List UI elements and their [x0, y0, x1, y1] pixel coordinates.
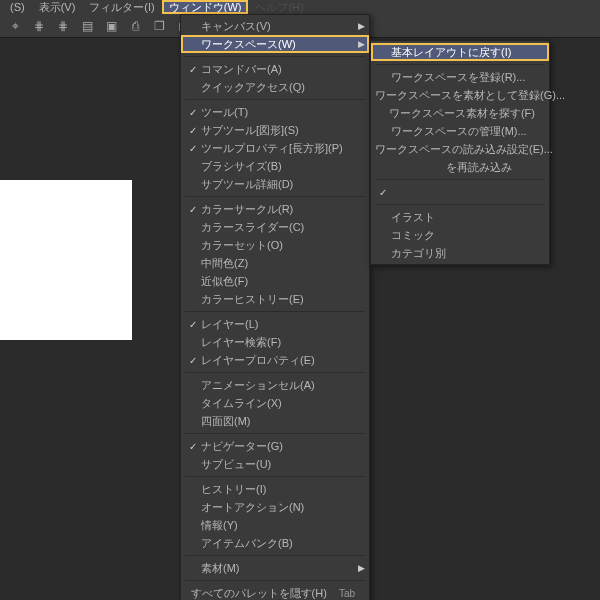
menu-item-label: ブラシサイズ(B) [201, 159, 355, 174]
menu-item-label: 近似色(F) [201, 274, 355, 289]
separator [185, 99, 365, 100]
tool-icon[interactable]: ⌖ [6, 17, 24, 35]
menu-item-window[interactable]: ウィンドウ(W) [163, 1, 248, 13]
check-icon: ✓ [185, 125, 201, 136]
grid-icon[interactable]: ⋕ [30, 17, 48, 35]
check-icon: ✓ [185, 204, 201, 215]
menu-item[interactable]: ブラシサイズ(B) [181, 157, 369, 175]
menu-item[interactable]: ✓コマンドバー(A) [181, 60, 369, 78]
menu-item[interactable]: ワークスペースを素材として登録(G)... [371, 86, 549, 104]
check-icon: ✓ [185, 143, 201, 154]
3d-icon[interactable]: ▣ [102, 17, 120, 35]
separator [185, 311, 365, 312]
menu-item[interactable]: ワークスペース(W)▶ [181, 35, 369, 53]
menu-item-label: ワークスペースの読み込み設定(E)... [375, 142, 553, 157]
shortcut-label: Tab [339, 588, 355, 599]
menu-item-label: ワークスペースの管理(M)... [391, 124, 535, 139]
menu-item[interactable]: ✓ツールプロパティ[長方形](P) [181, 139, 369, 157]
menu-item[interactable]: ワークスペースを登録(R)... [371, 68, 549, 86]
menu-item[interactable]: カラースライダー(C) [181, 218, 369, 236]
separator [375, 64, 545, 65]
separator [185, 476, 365, 477]
menu-item[interactable]: (S) [4, 1, 31, 13]
check-icon: ✓ [185, 355, 201, 366]
menu-item-label [391, 185, 535, 200]
menu-item-view[interactable]: 表示(V) [33, 1, 82, 13]
submenu-arrow-icon: ▶ [358, 563, 365, 573]
menu-item[interactable]: カテゴリ別 [371, 244, 549, 262]
menu-item[interactable]: 基本レイアウトに戻す(I) [371, 43, 549, 61]
menu-item[interactable]: コミック [371, 226, 549, 244]
menu-item[interactable]: ✓レイヤー(L) [181, 315, 369, 333]
menu-item-label: コミック [391, 228, 535, 243]
menu-item-label: レイヤープロパティ(E) [201, 353, 355, 368]
menu-item[interactable]: ✓カラーサークル(R) [181, 200, 369, 218]
menu-item-label: レイヤー検索(F) [201, 335, 355, 350]
menu-item[interactable]: ワークスペースの読み込み設定(E)... [371, 140, 549, 158]
menu-item-label: ワークスペースを素材として登録(G)... [375, 88, 565, 103]
separator [375, 204, 545, 205]
menu-item[interactable]: 四面図(M) [181, 412, 369, 430]
menu-item[interactable]: ✓サブツール[図形](S) [181, 121, 369, 139]
canvas-sheet[interactable] [0, 180, 132, 340]
menu-item[interactable]: を再読み込み [371, 158, 549, 176]
menu-item[interactable]: サブツール詳細(D) [181, 175, 369, 193]
menu-item-label: サブビュー(U) [201, 457, 355, 472]
menu-item[interactable]: 近似色(F) [181, 272, 369, 290]
check-icon: ✓ [185, 441, 201, 452]
menu-item-label: カラーセット(O) [201, 238, 355, 253]
menu-item-label: 素材(M) [201, 561, 355, 576]
separator [185, 555, 365, 556]
menu-item[interactable]: ✓ツール(T) [181, 103, 369, 121]
menu-item-label: キャンバス(V) [201, 19, 355, 34]
menu-item-label: イラスト [391, 210, 535, 225]
separator [185, 433, 365, 434]
menu-item-help[interactable]: ヘルプ(H) [249, 1, 309, 13]
menu-item[interactable]: タイムライン(X) [181, 394, 369, 412]
menu-item[interactable]: レイヤー検索(F) [181, 333, 369, 351]
window-menu: キャンバス(V)▶ワークスペース(W)▶✓コマンドバー(A)クイックアクセス(Q… [180, 14, 370, 600]
menu-item[interactable]: アイテムバンク(B) [181, 534, 369, 552]
grid2-icon[interactable]: ⋕ [54, 17, 72, 35]
menu-item-label: 四面図(M) [201, 414, 355, 429]
menu-item[interactable]: ヒストリー(I) [181, 480, 369, 498]
menu-item[interactable]: すべてのパレットを隠す(H)Tab [181, 584, 369, 600]
menu-item[interactable]: クイックアクセス(Q) [181, 78, 369, 96]
menu-item-label: すべてのパレットを隠す(H) [191, 586, 327, 601]
menubar: (S) 表示(V) フィルター(I) ウィンドウ(W) ヘルプ(H) [0, 0, 600, 14]
submenu-arrow-icon: ▶ [358, 21, 365, 31]
menu-item[interactable]: 素材(M)▶ [181, 559, 369, 577]
menu-item-label: レイヤー(L) [201, 317, 355, 332]
menu-item[interactable]: ✓ナビゲーター(G) [181, 437, 369, 455]
menu-item[interactable]: カラーヒストリー(E) [181, 290, 369, 308]
menu-item[interactable]: 中間色(Z) [181, 254, 369, 272]
menu-item[interactable]: ✓レイヤープロパティ(E) [181, 351, 369, 369]
menu-item-label: サブツール詳細(D) [201, 177, 355, 192]
menu-item-label: 中間色(Z) [201, 256, 355, 271]
menu-item[interactable]: サブビュー(U) [181, 455, 369, 473]
menu-item-filter[interactable]: フィルター(I) [83, 1, 160, 13]
menu-item[interactable]: 情報(Y) [181, 516, 369, 534]
layers-icon[interactable]: ▤ [78, 17, 96, 35]
menu-item-label: カラーヒストリー(E) [201, 292, 355, 307]
menu-item[interactable]: ✓ [371, 183, 549, 201]
menu-item[interactable]: オートアクション(N) [181, 498, 369, 516]
menu-item-label: クイックアクセス(Q) [201, 80, 355, 95]
menu-item-label: 情報(Y) [201, 518, 355, 533]
menu-item-label: 基本レイアウトに戻す(I) [391, 45, 535, 60]
print-icon[interactable]: ⎙ [126, 17, 144, 35]
menu-item-label: ワークスペース素材を探す(F) [389, 106, 535, 121]
menu-item-label: ワークスペース(W) [201, 37, 355, 52]
menu-item-label: アニメーションセル(A) [201, 378, 355, 393]
menu-item[interactable]: イラスト [371, 208, 549, 226]
separator [185, 196, 365, 197]
menu-item[interactable]: キャンバス(V)▶ [181, 17, 369, 35]
menu-item[interactable]: ワークスペースの管理(M)... [371, 122, 549, 140]
page-icon[interactable]: ❐ [150, 17, 168, 35]
menu-item[interactable]: アニメーションセル(A) [181, 376, 369, 394]
menu-item-label: オートアクション(N) [201, 500, 355, 515]
menu-item-label: ワークスペースを登録(R)... [391, 70, 535, 85]
menu-item[interactable]: ワークスペース素材を探す(F) [371, 104, 549, 122]
menu-item[interactable]: カラーセット(O) [181, 236, 369, 254]
menu-item-label: ナビゲーター(G) [201, 439, 355, 454]
